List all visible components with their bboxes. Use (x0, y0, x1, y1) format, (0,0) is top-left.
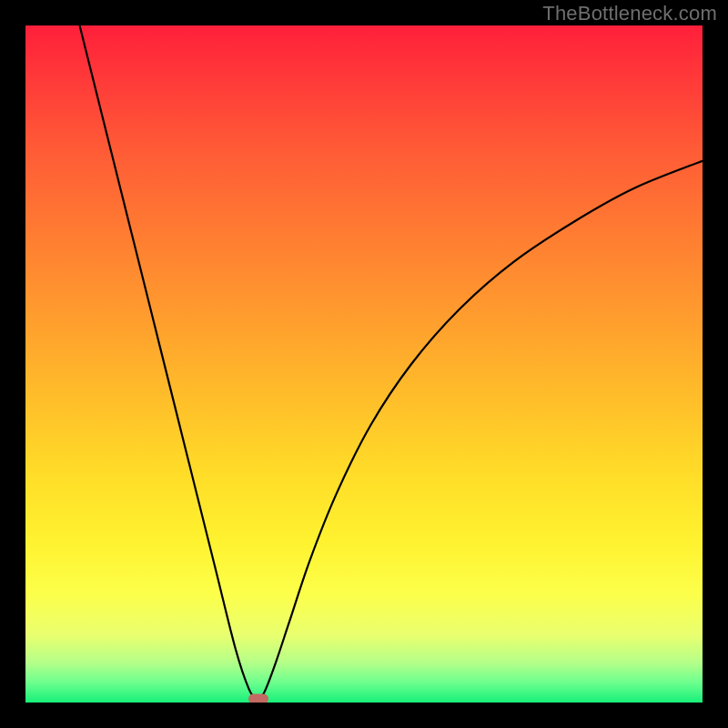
curve-left-branch (80, 25, 258, 703)
watermark-text: TheBottleneck.com (542, 2, 717, 25)
plot-area (25, 25, 703, 703)
bottleneck-curve (25, 25, 703, 703)
bottleneck-marker (248, 694, 268, 703)
curve-right-branch (258, 161, 703, 703)
chart-container: TheBottleneck.com (0, 0, 728, 728)
